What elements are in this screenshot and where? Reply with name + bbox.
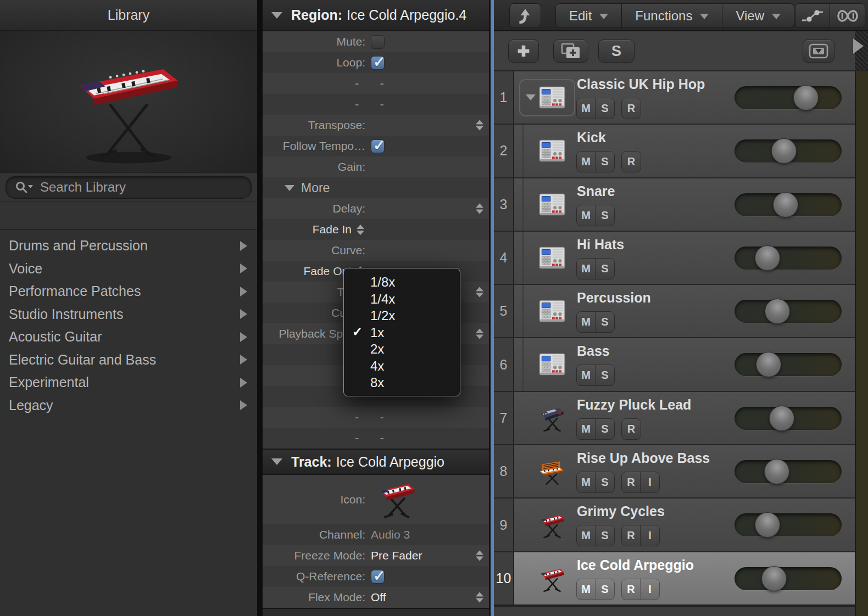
- menu-functions[interactable]: Functions: [622, 4, 722, 27]
- stepper-control[interactable]: [475, 550, 485, 562]
- volume-slider[interactable]: [735, 353, 842, 376]
- mute-button[interactable]: M: [577, 419, 596, 439]
- volume-slider[interactable]: [735, 86, 842, 109]
- automation-button[interactable]: [795, 4, 830, 27]
- menu-edit[interactable]: Edit: [556, 4, 622, 27]
- volume-knob[interactable]: [771, 138, 797, 164]
- record-enable-button[interactable]: R: [622, 98, 641, 119]
- library-search-field[interactable]: [5, 176, 252, 199]
- record-enable-button[interactable]: R: [622, 152, 641, 172]
- stepper-control[interactable]: [355, 223, 365, 236]
- duplicate-track-button[interactable]: [553, 40, 588, 63]
- solo-button[interactable]: S: [596, 312, 614, 332]
- track-header-row[interactable]: 8 Rise Up Above BassMSRI: [494, 445, 855, 499]
- mute-button[interactable]: M: [577, 205, 596, 226]
- stepper-control[interactable]: [475, 119, 485, 132]
- checkbox[interactable]: [371, 570, 385, 584]
- record-enable-button[interactable]: R: [622, 419, 641, 439]
- volume-slider[interactable]: [735, 460, 842, 483]
- menu-view[interactable]: View: [722, 4, 794, 27]
- track-header-row[interactable]: 3 SnareMS: [494, 178, 855, 232]
- input-monitor-button[interactable]: I: [641, 579, 659, 600]
- menu-item[interactable]: 1/8x: [344, 274, 460, 291]
- mute-button[interactable]: M: [577, 98, 596, 119]
- menu-item[interactable]: 4x: [344, 358, 460, 375]
- volume-knob[interactable]: [764, 459, 789, 484]
- checkbox[interactable]: [371, 35, 385, 49]
- track-icon-preview[interactable]: [373, 477, 420, 523]
- mute-button[interactable]: M: [577, 312, 596, 332]
- library-category-item[interactable]: Studio Instruments: [0, 303, 257, 326]
- mute-button[interactable]: M: [577, 152, 596, 172]
- volume-knob[interactable]: [761, 566, 787, 591]
- menu-item[interactable]: 1/4x: [344, 291, 460, 308]
- row-value[interactable]: Pre Fader: [371, 549, 422, 562]
- stepper-control[interactable]: [475, 328, 485, 340]
- library-category-item[interactable]: Drums and Percussion: [0, 234, 257, 257]
- solo-button[interactable]: S: [596, 579, 614, 600]
- track-header-row[interactable]: 10 Ice Cold ArpeggioMSRI: [494, 552, 855, 606]
- add-track-button[interactable]: [508, 40, 539, 63]
- more-disclosure[interactable]: More: [263, 181, 330, 195]
- checkbox[interactable]: [371, 139, 385, 153]
- volume-slider[interactable]: [735, 513, 842, 536]
- track-inspector-header[interactable]: Track:Ice Cold Arpeggio: [263, 449, 489, 475]
- volume-slider[interactable]: [735, 300, 842, 323]
- volume-knob[interactable]: [773, 192, 798, 217]
- track-header-config-button[interactable]: [803, 40, 834, 63]
- library-category-item[interactable]: Acoustic Guitar: [0, 326, 257, 349]
- row-value[interactable]: Off: [371, 591, 386, 604]
- solo-button[interactable]: S: [596, 419, 614, 439]
- solo-button[interactable]: S: [596, 472, 614, 492]
- library-category-item[interactable]: Voice: [0, 257, 257, 281]
- volume-knob[interactable]: [756, 352, 781, 377]
- mute-button[interactable]: M: [577, 365, 596, 385]
- stepper-control[interactable]: [475, 591, 485, 604]
- solo-button[interactable]: S: [596, 259, 614, 279]
- track-header-row[interactable]: 2 KickMSR: [494, 125, 855, 178]
- volume-slider[interactable]: [735, 193, 842, 216]
- record-enable-button[interactable]: R: [622, 525, 641, 546]
- track-header-row[interactable]: 4 Hi HatsMS: [494, 232, 855, 285]
- solo-safe-button[interactable]: S: [598, 40, 635, 63]
- track-header-row[interactable]: 5 PercussionMS: [494, 285, 855, 338]
- input-monitor-button[interactable]: I: [641, 472, 659, 492]
- library-category-item[interactable]: Experimental: [0, 371, 257, 394]
- library-category-item[interactable]: Legacy: [0, 394, 257, 417]
- disclosure-triangle-icon[interactable]: [271, 12, 282, 19]
- volume-slider[interactable]: [735, 567, 842, 590]
- volume-knob[interactable]: [765, 299, 790, 324]
- menu-item[interactable]: 2x: [344, 341, 460, 358]
- solo-button[interactable]: S: [596, 152, 614, 172]
- input-monitor-button[interactable]: I: [641, 525, 659, 546]
- mute-button[interactable]: M: [577, 472, 596, 492]
- mute-button[interactable]: M: [577, 525, 596, 546]
- checkbox[interactable]: [371, 56, 385, 70]
- stepper-control[interactable]: [475, 203, 485, 215]
- mute-button[interactable]: M: [577, 579, 596, 600]
- library-category-item[interactable]: Performance Patches: [0, 280, 257, 303]
- record-enable-button[interactable]: R: [622, 472, 641, 492]
- mute-button[interactable]: M: [577, 259, 596, 279]
- track-header-row[interactable]: 1 Classic UK Hip HopMSR: [494, 71, 855, 125]
- disclosure-triangle-icon[interactable]: [271, 458, 282, 465]
- menu-item[interactable]: 1/2x: [344, 307, 460, 324]
- hierarchy-up-button[interactable]: [509, 3, 541, 28]
- solo-button[interactable]: S: [596, 365, 614, 385]
- disclosure-triangle-icon[interactable]: [526, 94, 536, 100]
- volume-slider[interactable]: [735, 247, 842, 270]
- volume-knob[interactable]: [755, 245, 780, 271]
- library-category-item[interactable]: Electric Guitar and Bass: [0, 349, 257, 372]
- track-header-row[interactable]: 9 Grimy CyclesMSRI: [494, 499, 855, 552]
- solo-button[interactable]: S: [596, 525, 614, 546]
- volume-slider[interactable]: [735, 407, 842, 430]
- chevron-right-icon[interactable]: [853, 38, 864, 54]
- menu-item[interactable]: 8x: [344, 374, 460, 391]
- region-inspector-header[interactable]: Region:Ice Cold Arpeggio.4: [263, 0, 489, 31]
- flex-button[interactable]: [830, 4, 865, 27]
- track-header-row[interactable]: 6 BassMS: [494, 338, 855, 391]
- solo-button[interactable]: S: [596, 98, 614, 119]
- volume-knob[interactable]: [769, 406, 794, 431]
- menu-item[interactable]: ✓1x: [344, 324, 460, 341]
- volume-slider[interactable]: [735, 139, 842, 163]
